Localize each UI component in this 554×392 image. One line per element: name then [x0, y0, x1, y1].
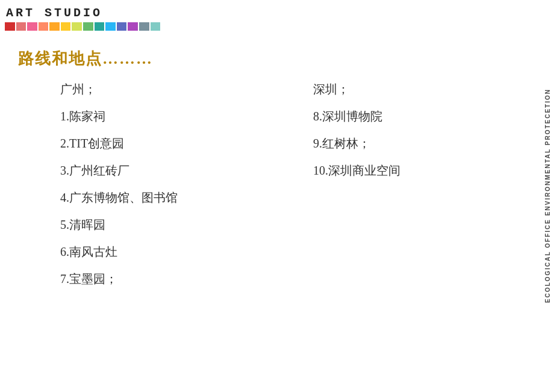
color-swatch: [49, 22, 60, 31]
color-swatch: [16, 22, 26, 31]
list-item: 7.宝墨园；: [18, 271, 271, 287]
list-item: 5.清晖园: [18, 217, 271, 233]
color-swatch: [61, 22, 71, 31]
list-item: 9.红树林；: [271, 135, 530, 152]
color-swatch: [27, 22, 37, 31]
color-swatch: [151, 22, 161, 31]
column-left: 广州； 1.陈家祠 2.TIT创意园 3.广州红砖厂 4.广东博物馆、图书馆 5…: [18, 81, 271, 298]
color-swatch: [128, 22, 138, 31]
header: ART STUDIO: [0, 0, 165, 31]
color-swatch: [139, 22, 149, 31]
content-area: 广州； 1.陈家祠 2.TIT创意园 3.广州红砖厂 4.广东博物馆、图书馆 5…: [18, 81, 530, 298]
app-title: ART STUDIO: [0, 0, 165, 22]
column-right: 深圳； 8.深圳博物院 9.红树林； 10.深圳商业空间: [271, 81, 530, 298]
color-swatch: [95, 22, 105, 31]
list-item: 10.深圳商业空间: [271, 163, 530, 179]
color-swatch: [39, 22, 49, 31]
list-item: 6.南风古灶: [18, 244, 271, 260]
city-label-guangzhou: 广州；: [18, 81, 271, 98]
sidebar-text: ECOLOGICAL OFFICE ENVIRONMENTAL PROTECET…: [541, 0, 554, 392]
color-swatch: [72, 22, 82, 31]
color-swatch: [5, 22, 15, 31]
color-swatch: [105, 22, 116, 31]
color-swatch: [83, 22, 93, 31]
color-bar: [0, 22, 165, 31]
city-label-shenzhen: 深圳；: [271, 81, 530, 98]
list-item: 4.广东博物馆、图书馆: [18, 190, 271, 206]
color-swatch: [117, 22, 127, 31]
sidebar-label: ECOLOGICAL OFFICE ENVIRONMENTAL PROTECET…: [544, 89, 551, 303]
section-heading: 路线和地点………: [18, 48, 153, 69]
list-item: 2.TIT创意园: [18, 135, 271, 152]
list-item: 8.深圳博物院: [271, 108, 530, 125]
list-item: 1.陈家祠: [18, 108, 271, 125]
list-item: 3.广州红砖厂: [18, 163, 271, 179]
